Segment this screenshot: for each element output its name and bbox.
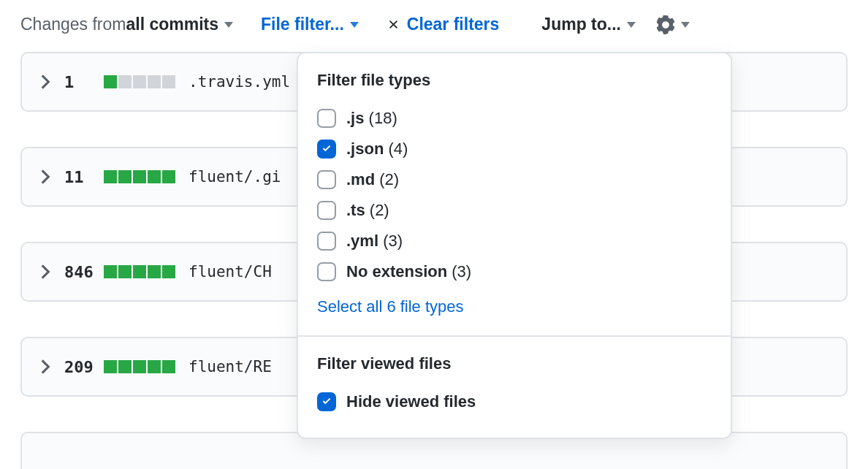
- file-type-count: (2): [379, 170, 399, 189]
- change-count: 11: [64, 168, 94, 186]
- file-type-count: (4): [388, 140, 408, 159]
- filter-types-header: Filter file types: [317, 71, 712, 90]
- caret-down-icon: [224, 22, 233, 28]
- jump-to-dropdown[interactable]: Jump to...: [541, 15, 656, 34]
- chevron-right-icon: [39, 75, 51, 89]
- file-type-option-ts[interactable]: .ts (2): [317, 195, 712, 226]
- file-type-count: (3): [452, 262, 471, 281]
- diffstat-icon: [104, 265, 175, 278]
- file-type-option-yml[interactable]: .yml (3): [317, 226, 712, 256]
- gear-icon: [656, 15, 675, 34]
- file-path: fluent/CH: [189, 263, 272, 281]
- checkbox-icon: [317, 170, 336, 189]
- file-path: fluent/.gi: [189, 168, 281, 186]
- hide-viewed-label: Hide viewed files: [346, 392, 476, 411]
- file-type-ext: .json: [346, 140, 384, 159]
- clear-filters-button[interactable]: Clear filters: [387, 15, 542, 34]
- changes-from-prefix: Changes from: [20, 15, 126, 34]
- checkbox-icon: [317, 201, 336, 220]
- file-type-ext: .yml: [346, 232, 378, 251]
- filter-viewed-section: Filter viewed files Hide viewed files: [298, 337, 731, 438]
- select-all-file-types-link[interactable]: Select all 6 file types: [317, 287, 712, 324]
- file-type-count: (2): [370, 201, 389, 220]
- chevron-right-icon: [39, 169, 51, 184]
- checkbox-icon: [317, 232, 336, 251]
- caret-down-icon: [627, 22, 636, 28]
- hide-viewed-files-option[interactable]: Hide viewed files: [317, 386, 712, 417]
- clear-filters-label: Clear filters: [407, 15, 500, 34]
- file-type-ext: .js: [346, 109, 364, 128]
- file-type-option-md[interactable]: .md (2): [317, 164, 712, 195]
- diff-toolbar: Changes from all commits File filter... …: [0, 0, 868, 52]
- x-icon: [387, 18, 401, 32]
- file-filter-popover: Filter file types .js (18) .json (4) .md…: [297, 52, 732, 439]
- caret-down-icon: [350, 22, 359, 28]
- caret-down-icon: [681, 22, 690, 28]
- file-type-ext: .md: [346, 170, 375, 189]
- file-type-option-json[interactable]: .json (4): [317, 134, 712, 164]
- changes-scope: all commits: [126, 15, 218, 34]
- filter-viewed-header: Filter viewed files: [317, 354, 712, 373]
- file-type-option-noext[interactable]: No extension (3): [317, 256, 712, 287]
- file-type-ext: No extension: [346, 262, 447, 281]
- change-count: 209: [64, 358, 94, 376]
- filter-file-types-section: Filter file types .js (18) .json (4) .md…: [298, 53, 731, 335]
- file-path: fluent/RE: [189, 358, 272, 375]
- change-count: 846: [64, 263, 94, 281]
- diffstat-icon: [104, 170, 175, 183]
- checkbox-icon: [317, 262, 336, 281]
- file-filter-dropdown[interactable]: File filter...: [261, 15, 387, 34]
- file-type-ext: .ts: [346, 201, 365, 220]
- file-type-count: (3): [383, 232, 403, 251]
- diffstat-icon: [104, 75, 175, 88]
- jump-to-label: Jump to...: [541, 15, 621, 34]
- checkbox-icon: [317, 109, 336, 128]
- file-filter-label: File filter...: [261, 15, 344, 34]
- checkbox-checked-icon: [317, 140, 336, 159]
- file-path: .travis.yml: [189, 73, 290, 91]
- file-type-option-js[interactable]: .js (18): [317, 103, 712, 134]
- file-type-count: (18): [369, 109, 397, 128]
- change-count: 1: [64, 73, 94, 91]
- chevron-right-icon: [39, 359, 51, 374]
- changes-from-dropdown[interactable]: Changes from all commits: [20, 15, 261, 34]
- diffstat-icon: [104, 360, 175, 373]
- settings-dropdown[interactable]: [656, 15, 690, 34]
- chevron-right-icon: [39, 264, 51, 279]
- checkbox-checked-icon: [317, 392, 336, 411]
